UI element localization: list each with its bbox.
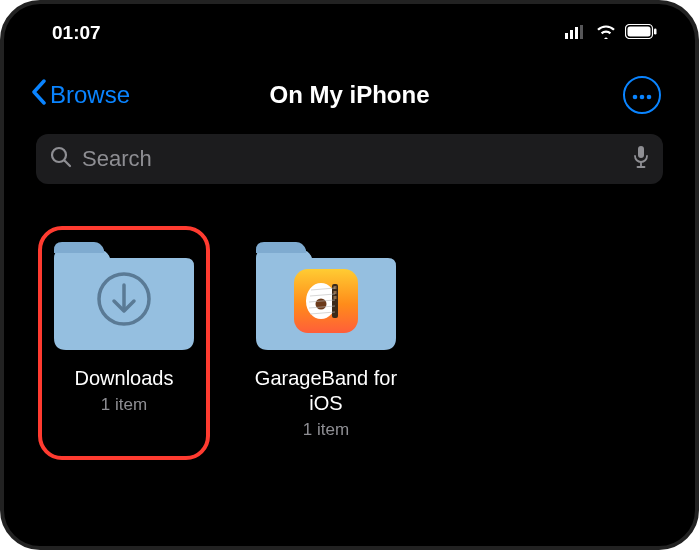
svg-rect-3 (580, 25, 583, 39)
chevron-left-icon (30, 79, 48, 111)
status-time: 01:07 (52, 22, 101, 44)
device-frame: 01:07 (0, 0, 699, 550)
search-input[interactable]: Search (36, 134, 663, 184)
mic-icon[interactable] (633, 145, 649, 173)
svg-rect-19 (332, 284, 338, 318)
more-button[interactable] (623, 76, 661, 114)
svg-rect-0 (565, 33, 568, 39)
svg-point-18 (316, 299, 327, 310)
svg-rect-1 (570, 30, 573, 39)
svg-point-7 (633, 95, 638, 100)
page-title: On My iPhone (269, 81, 429, 109)
folder-subtitle: 1 item (303, 420, 349, 440)
svg-rect-2 (575, 27, 578, 39)
signal-icon (565, 22, 587, 44)
folder-icon (256, 240, 396, 352)
garageband-icon (294, 269, 358, 333)
status-bar: 01:07 (24, 14, 675, 48)
folder-icon (54, 240, 194, 352)
folder-item-downloads[interactable]: Downloads 1 item (38, 226, 210, 460)
folder-label: GarageBand for iOS (240, 366, 412, 416)
folders-grid: Downloads 1 item (24, 184, 675, 440)
svg-rect-21 (334, 291, 337, 294)
svg-rect-22 (334, 296, 337, 299)
search-icon (50, 146, 72, 172)
back-label: Browse (50, 81, 130, 109)
nav-bar: Browse On My iPhone (24, 48, 675, 122)
search-placeholder: Search (82, 146, 623, 172)
download-icon (96, 271, 152, 331)
wifi-icon (595, 22, 617, 44)
ellipsis-icon (632, 86, 652, 104)
folder-subtitle: 1 item (101, 395, 147, 415)
svg-rect-6 (654, 29, 657, 35)
back-button[interactable]: Browse (30, 79, 130, 111)
folder-label: Downloads (75, 366, 174, 391)
svg-rect-5 (628, 27, 651, 37)
svg-point-8 (640, 95, 645, 100)
folder-item-garageband[interactable]: GarageBand for iOS 1 item (240, 240, 412, 440)
svg-rect-12 (638, 146, 644, 158)
svg-point-9 (647, 95, 652, 100)
svg-line-11 (65, 161, 71, 167)
battery-icon (625, 22, 657, 44)
svg-rect-20 (334, 286, 337, 289)
